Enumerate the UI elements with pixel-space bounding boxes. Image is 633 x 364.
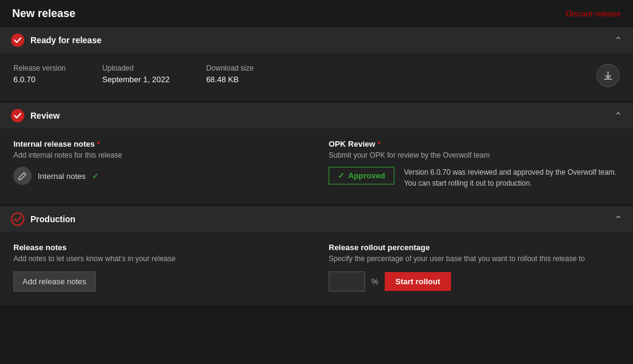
add-release-notes-button[interactable]: Add release notes [13, 271, 96, 292]
approved-check-icon: ✓ [338, 171, 344, 180]
review-chevron-icon: ⌃ [614, 110, 622, 122]
internal-notes-required: * [97, 139, 100, 149]
start-rollout-button[interactable]: Start rollout [385, 272, 452, 291]
rollout-heading: Release rollout percentage [329, 243, 620, 252]
percent-label: % [371, 277, 379, 286]
production-section-title: Production [30, 214, 75, 224]
release-version-label: Release version [13, 64, 66, 72]
ready-check-circle [11, 33, 24, 47]
internal-notes-col: Internal release notes * Add internal no… [13, 139, 304, 191]
approved-badge: ✓ Approved [329, 167, 394, 184]
internal-notes-check-icon: ✓ [92, 171, 99, 181]
download-button[interactable] [596, 64, 620, 87]
page-title: New release [12, 7, 75, 20]
review-section-header-left: Review [11, 109, 60, 122]
approved-text-line1: Version 6.0.70 was reviewed and approved… [404, 167, 617, 178]
production-section-header[interactable]: Production ⌃ [0, 206, 633, 232]
discard-release-button[interactable]: Discard release [566, 9, 621, 18]
approved-text: Version 6.0.70 was reviewed and approved… [404, 167, 617, 189]
uploaded-item: Uploaded September 1, 2022 [102, 64, 170, 84]
production-grid: Release notes Add notes to let users kno… [13, 243, 620, 292]
internal-notes-label: Internal notes [38, 172, 86, 181]
download-size-item: Download size 68.48 KB [206, 64, 254, 84]
ready-for-release-section: Ready for release ⌃ Release version 6.0.… [0, 27, 633, 100]
production-check-circle [11, 212, 24, 226]
production-section: Production ⌃ Release notes Add notes to … [0, 206, 633, 305]
release-notes-description: Add notes to let users know what's in yo… [13, 254, 304, 263]
internal-notes-description: Add internal notes for this release [13, 151, 304, 159]
top-bar: New release Discard release [0, 0, 633, 27]
rollout-row: % Start rollout [329, 271, 620, 292]
release-info-grid: Release version 6.0.70 Uploaded Septembe… [13, 64, 620, 87]
release-version-value: 6.0.70 [13, 75, 35, 84]
ready-section-body: Release version 6.0.70 Uploaded Septembe… [0, 53, 633, 100]
review-section: Review ⌃ Internal release notes * Add in… [0, 103, 633, 204]
uploaded-label: Uploaded [102, 64, 170, 72]
review-section-title: Review [30, 111, 60, 121]
opk-review-description: Submit your OPK for review by the Overwo… [329, 151, 620, 159]
review-grid: Internal release notes * Add internal no… [13, 139, 620, 191]
ready-section-header-left: Ready for release [11, 33, 102, 47]
production-chevron-icon: ⌃ [614, 214, 622, 225]
rollout-col: Release rollout percentage Specify the p… [329, 243, 620, 292]
opk-review-required: * [377, 139, 380, 149]
release-notes-heading: Release notes [13, 243, 304, 252]
production-section-body: Release notes Add notes to let users kno… [0, 232, 633, 305]
ready-section-title: Ready for release [30, 35, 102, 45]
opk-review-content: ✓ Approved Version 6.0.70 was reviewed a… [329, 167, 620, 191]
review-section-body: Internal release notes * Add internal no… [0, 128, 633, 204]
review-check-circle [11, 109, 24, 122]
rollout-description: Specify the percentage of your user base… [329, 254, 620, 263]
rollout-percentage-input[interactable] [329, 271, 365, 292]
release-notes-col: Release notes Add notes to let users kno… [13, 243, 304, 292]
edit-internal-notes-button[interactable] [13, 167, 32, 185]
download-size-label: Download size [206, 64, 254, 72]
opk-review-heading: OPK Review * [329, 139, 620, 149]
approved-text-line2: You can start rolling it out to producti… [404, 178, 617, 189]
production-section-header-left: Production [11, 212, 75, 226]
review-section-header[interactable]: Review ⌃ [0, 103, 633, 128]
ready-chevron-icon: ⌃ [614, 35, 622, 46]
internal-notes-row: Internal notes ✓ [13, 167, 304, 185]
ready-section-header[interactable]: Ready for release ⌃ [0, 27, 633, 53]
download-size-value: 68.48 KB [206, 75, 239, 84]
release-version-item: Release version 6.0.70 [13, 64, 66, 84]
opk-review-col: OPK Review * Submit your OPK for review … [329, 139, 620, 191]
uploaded-value: September 1, 2022 [102, 75, 170, 84]
internal-notes-heading: Internal release notes * [13, 139, 304, 149]
approved-row: ✓ Approved Version 6.0.70 was reviewed a… [329, 167, 620, 191]
